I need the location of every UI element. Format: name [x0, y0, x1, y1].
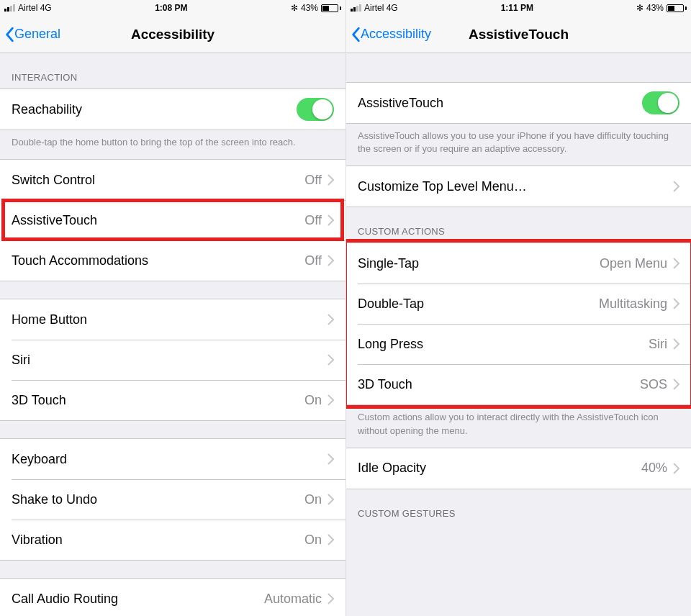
chevron-right-icon	[328, 354, 334, 366]
row-value: On	[304, 492, 322, 507]
chevron-right-icon	[328, 255, 334, 266]
back-button[interactable]: Accessibility	[346, 27, 431, 42]
carrier-label: Airtel 4G	[18, 3, 52, 13]
chevron-right-icon	[673, 298, 679, 309]
nav-bar: Accessibility AssistiveTouch	[346, 16, 691, 53]
row-value: SOS	[640, 377, 667, 392]
row-value: Open Menu	[600, 256, 667, 271]
row-home-button[interactable]: Home Button	[0, 299, 346, 340]
chevron-right-icon	[328, 214, 334, 226]
row-label: Double-Tap	[358, 296, 599, 312]
back-label: Accessibility	[361, 27, 431, 42]
reachability-footer: Double-tap the home button to bring the …	[0, 130, 346, 159]
row-value: 40%	[641, 461, 667, 476]
row-value: Multitasking	[599, 296, 667, 312]
bluetooth-icon: ✻	[291, 3, 298, 13]
screen-assistivetouch: Airtel 4G 1:11 PM ✻ 43% Accessibility As…	[346, 0, 691, 616]
chevron-right-icon	[328, 314, 334, 325]
row-label: Call Audio Routing	[12, 592, 264, 607]
section-header-custom-gestures: CUSTOM GESTURES	[346, 489, 691, 525]
row-value: Automatic	[264, 592, 322, 607]
toggle-on-icon[interactable]	[297, 98, 334, 121]
row-label: Keyboard	[12, 452, 328, 467]
chevron-right-icon	[673, 338, 679, 350]
row-long-press[interactable]: Long Press Siri	[346, 324, 691, 364]
chevron-right-icon	[328, 494, 334, 505]
signal-icon	[351, 4, 361, 12]
row-touch-accommodations[interactable]: Touch Accommodations Off	[0, 240, 346, 281]
row-label: Switch Control	[12, 173, 304, 188]
section-header-custom-actions: CUSTOM ACTIONS	[346, 207, 691, 243]
nav-bar: General Accessibility	[0, 16, 346, 53]
battery-percent: 43%	[646, 3, 664, 13]
chevron-left-icon	[351, 27, 361, 42]
chevron-right-icon	[328, 453, 334, 465]
row-customize-top-level-menu[interactable]: Customize Top Level Menu…	[346, 166, 691, 207]
chevron-right-icon	[673, 379, 679, 390]
row-call-audio-routing[interactable]: Call Audio Routing Automatic	[0, 579, 346, 616]
row-value: Off	[304, 173, 322, 188]
signal-icon	[4, 4, 15, 12]
status-bar: Airtel 4G 1:08 PM ✻ 43%	[0, 0, 346, 16]
row-label: Shake to Undo	[12, 492, 304, 507]
row-value: Off	[304, 213, 322, 228]
row-value: Off	[304, 253, 322, 268]
row-label: Touch Accommodations	[12, 253, 304, 268]
chevron-right-icon	[673, 463, 679, 474]
row-vibration[interactable]: Vibration On	[0, 520, 346, 560]
section-header-interaction: INTERACTION	[0, 53, 346, 89]
row-label: Long Press	[358, 337, 649, 352]
battery-icon	[667, 4, 687, 12]
row-label: Vibration	[12, 533, 304, 548]
bluetooth-icon: ✻	[636, 3, 643, 13]
settings-scroll[interactable]: AssistiveTouch AssistiveTouch allows you…	[346, 53, 691, 616]
row-label: 3D Touch	[358, 377, 640, 392]
chevron-right-icon	[673, 181, 679, 192]
row-label: Home Button	[12, 312, 328, 327]
screen-accessibility: Airtel 4G 1:08 PM ✻ 43% General Accessib…	[0, 0, 346, 616]
chevron-right-icon	[328, 534, 334, 545]
row-label: 3D Touch	[12, 393, 304, 408]
chevron-right-icon	[328, 174, 334, 186]
row-keyboard[interactable]: Keyboard	[0, 439, 346, 479]
row-idle-opacity[interactable]: Idle Opacity 40%	[346, 448, 691, 489]
row-value: Siri	[649, 337, 667, 352]
row-3d-touch-action[interactable]: 3D Touch SOS	[346, 364, 691, 404]
status-time: 1:08 PM	[155, 3, 187, 13]
back-button[interactable]: General	[0, 27, 60, 42]
row-reachability[interactable]: Reachability	[0, 89, 346, 130]
row-switch-control[interactable]: Switch Control Off	[0, 160, 346, 200]
row-label: Idle Opacity	[358, 461, 641, 476]
row-label: AssistiveTouch	[358, 96, 642, 111]
assistivetouch-footer: AssistiveTouch allows you to use your iP…	[346, 124, 691, 166]
status-time: 1:11 PM	[501, 3, 533, 13]
row-assistivetouch-toggle[interactable]: AssistiveTouch	[346, 83, 691, 123]
status-bar: Airtel 4G 1:11 PM ✻ 43%	[346, 0, 691, 16]
chevron-left-icon	[4, 27, 14, 42]
row-label: AssistiveTouch	[12, 213, 304, 228]
battery-icon	[321, 4, 341, 12]
back-label: General	[14, 27, 60, 42]
row-single-tap[interactable]: Single-Tap Open Menu	[346, 243, 691, 284]
chevron-right-icon	[328, 593, 334, 604]
row-value: On	[304, 393, 322, 408]
row-label: Siri	[12, 353, 328, 368]
carrier-label: Airtel 4G	[364, 3, 398, 13]
chevron-right-icon	[673, 258, 679, 269]
row-label: Reachability	[12, 102, 297, 117]
row-value: On	[304, 533, 322, 548]
row-shake-to-undo[interactable]: Shake to Undo On	[0, 479, 346, 520]
row-3d-touch[interactable]: 3D Touch On	[0, 380, 346, 420]
toggle-on-icon[interactable]	[642, 91, 679, 114]
row-assistivetouch[interactable]: AssistiveTouch Off	[0, 200, 346, 240]
battery-percent: 43%	[301, 3, 318, 13]
row-label: Customize Top Level Menu…	[358, 179, 673, 194]
row-siri[interactable]: Siri	[0, 340, 346, 380]
settings-scroll[interactable]: INTERACTION Reachability Double-tap the …	[0, 53, 346, 616]
chevron-right-icon	[328, 394, 334, 406]
row-label: Single-Tap	[358, 256, 600, 271]
custom-actions-footer: Custom actions allow you to interact dir…	[346, 405, 691, 447]
row-double-tap[interactable]: Double-Tap Multitasking	[346, 284, 691, 324]
